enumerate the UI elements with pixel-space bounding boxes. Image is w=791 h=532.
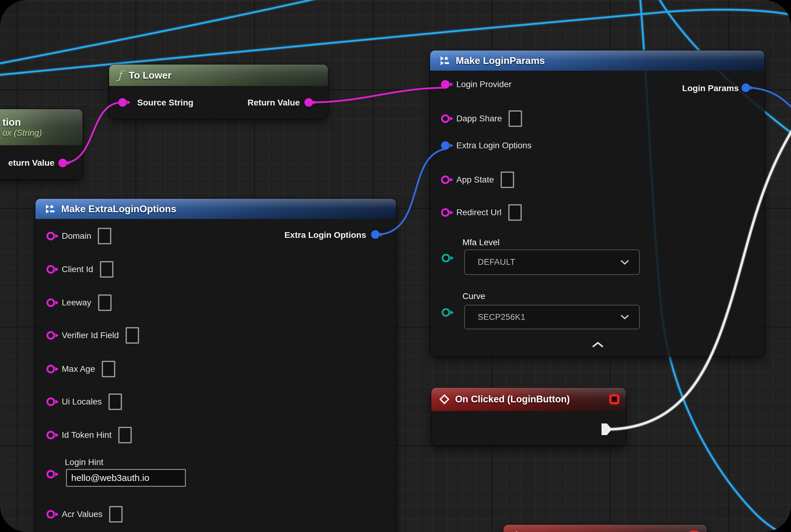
make-struct-icon: [45, 203, 56, 214]
login-hint-input[interactable]: [66, 469, 186, 487]
pin-label-return-value: Return Value: [248, 98, 300, 108]
pin-value-box-domain[interactable]: [98, 228, 111, 244]
input-pin-app-state[interactable]: [441, 175, 449, 184]
node-on-clicked-login-button[interactable]: On Clicked (LoginButton): [431, 388, 626, 446]
pin-label-extra-login-options-out: Extra Login Options: [284, 230, 366, 240]
mfa-level-dropdown[interactable]: DEFAULT: [464, 249, 640, 275]
pin-value-box-verifier-id-field[interactable]: [126, 327, 139, 344]
node-get-selected-option-partial[interactable]: tion ox (String) eturn Value: [0, 109, 82, 179]
pin-value-box-leeway[interactable]: [98, 294, 112, 311]
pin-label-acr-values: Acr Values: [62, 509, 102, 519]
node-header[interactable]: tion ox (String): [0, 109, 82, 145]
node-subtitle: ox (String): [2, 128, 42, 138]
delegate-pin[interactable]: [610, 394, 619, 404]
pin-label-dapp-share: Dapp Share: [456, 114, 502, 124]
input-pin-id-token-hint[interactable]: [46, 431, 55, 439]
input-pin-mfa-level[interactable]: [442, 254, 450, 262]
pin-value-box-app-state[interactable]: [501, 172, 514, 188]
chevron-down-icon: [621, 260, 629, 265]
pin-label-mfa-level: Mfa Level: [462, 238, 499, 247]
chevron-down-icon: [621, 315, 629, 320]
pin-label-redirect-url: Redirect Url: [456, 208, 502, 217]
output-pin-login-params[interactable]: [741, 83, 750, 92]
node-header[interactable]: Make ExtraLoginOptions: [36, 199, 396, 219]
node-to-lower[interactable]: ƒ To Lower Source String Return Value: [109, 64, 328, 119]
pin-label-verifier-id-field: Verifier Id Field: [62, 330, 119, 340]
pin-value-box-client-id[interactable]: [100, 261, 113, 278]
pin-label-client-id: Client Id: [62, 264, 93, 274]
input-pin-acr-values[interactable]: [46, 510, 55, 518]
node-make-extra-login-options[interactable]: Make ExtraLoginOptions Extra Login Optio…: [36, 199, 396, 532]
input-pin-login-hint[interactable]: [46, 470, 55, 478]
node-title: Make ExtraLoginOptions: [61, 203, 176, 215]
pin-label-curve: Curve: [462, 291, 485, 301]
node-header[interactable]: Make LoginParams: [430, 51, 765, 71]
event-diamond-icon: [439, 394, 449, 404]
node-header[interactable]: ƒ To Lower: [109, 64, 328, 86]
input-pin-domain[interactable]: [46, 232, 55, 240]
node-header[interactable]: On Clicked (LoginButton): [431, 388, 626, 411]
pin-label-app-state: App State: [456, 175, 494, 185]
pin-label-source-string: Source String: [137, 98, 193, 108]
pin-label-max-age: Max Age: [62, 364, 95, 374]
mfa-level-value: DEFAULT: [478, 258, 515, 267]
graph-canvas[interactable]: tion ox (String) eturn Value ƒ To Lower …: [0, 0, 791, 532]
pin-label-login-hint: Login Hint: [65, 457, 103, 467]
input-pin-leeway[interactable]: [46, 299, 55, 307]
curve-dropdown[interactable]: SECP256K1: [464, 305, 640, 329]
pin-label-ui-locales: Ui Locales: [62, 397, 102, 407]
blueprint-editor-window: tion ox (String) eturn Value ƒ To Lower …: [0, 0, 791, 532]
pin-value-box-dapp-share[interactable]: [508, 110, 522, 127]
node-title: On Clicked (LoginButton): [455, 394, 570, 405]
pin-value-box-ui-locales[interactable]: [109, 394, 122, 410]
pin-value-box-max-age[interactable]: [102, 361, 115, 377]
pin-value-box-acr-values[interactable]: [109, 506, 122, 522]
curve-value: SECP256K1: [478, 312, 525, 322]
pin-label-return-value: eturn Value: [8, 158, 54, 168]
input-pin-client-id[interactable]: [46, 265, 55, 274]
wire-tolower-to-login-provider[interactable]: [309, 88, 445, 102]
node-title: On Clicked (LogoutButton): [527, 531, 648, 532]
pin-value-box-id-token-hint[interactable]: [118, 427, 132, 443]
node-title: Make LoginParams: [456, 55, 545, 66]
pin-label-domain: Domain: [62, 231, 91, 241]
collapse-node-chevron[interactable]: [592, 342, 603, 348]
node-on-clicked-logout-button[interactable]: On Clicked (LogoutButton): [503, 525, 707, 532]
node-title: tion: [2, 116, 21, 128]
input-pin-redirect-url[interactable]: [441, 208, 449, 217]
pin-label-extra-login-options: Extra Login Options: [456, 141, 532, 150]
pin-label-login-params-out: Login Params: [682, 83, 739, 93]
pin-value-box-redirect-url[interactable]: [508, 204, 522, 221]
input-pin-ui-locales[interactable]: [46, 397, 55, 406]
node-header[interactable]: On Clicked (LogoutButton): [503, 525, 707, 532]
pin-label-login-provider: Login Provider: [456, 79, 512, 89]
delegate-pin[interactable]: [689, 531, 699, 532]
input-pin-max-age[interactable]: [46, 365, 55, 373]
input-pin-curve[interactable]: [442, 308, 450, 317]
pin-label-id-token-hint: Id Token Hint: [62, 430, 112, 440]
node-make-login-params[interactable]: Make LoginParams Login Params Login Prov…: [430, 51, 765, 356]
output-pin-extra-login-options[interactable]: [371, 230, 380, 239]
node-title: To Lower: [129, 70, 172, 81]
make-struct-icon: [439, 55, 450, 66]
input-pin-dapp-share[interactable]: [441, 114, 449, 123]
function-icon: ƒ: [118, 69, 122, 82]
input-pin-verifier-id-field[interactable]: [46, 331, 55, 340]
pin-label-leeway: Leeway: [62, 298, 91, 308]
